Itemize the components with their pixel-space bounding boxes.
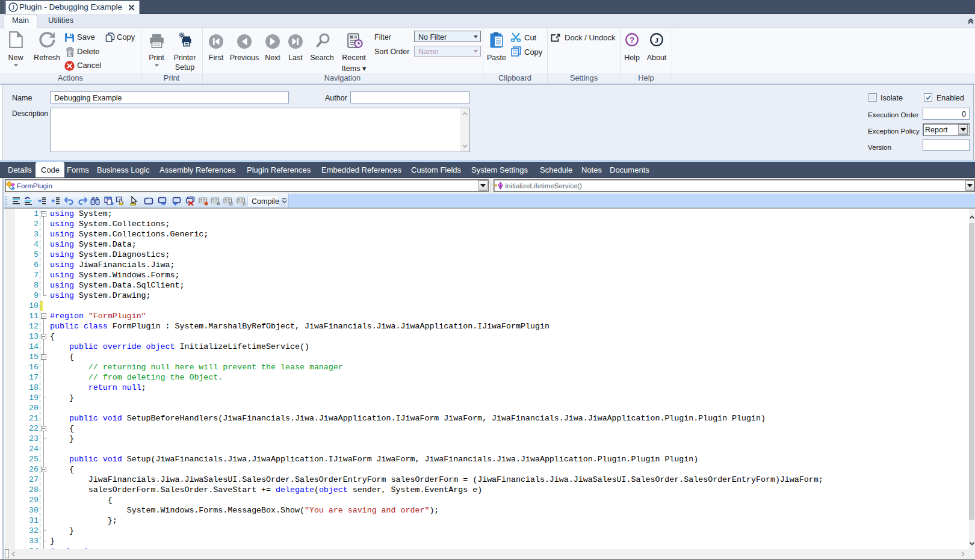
svg-text:J: J [655, 35, 659, 45]
svg-text:J: J [12, 4, 15, 11]
svg-text:?: ? [630, 35, 634, 45]
